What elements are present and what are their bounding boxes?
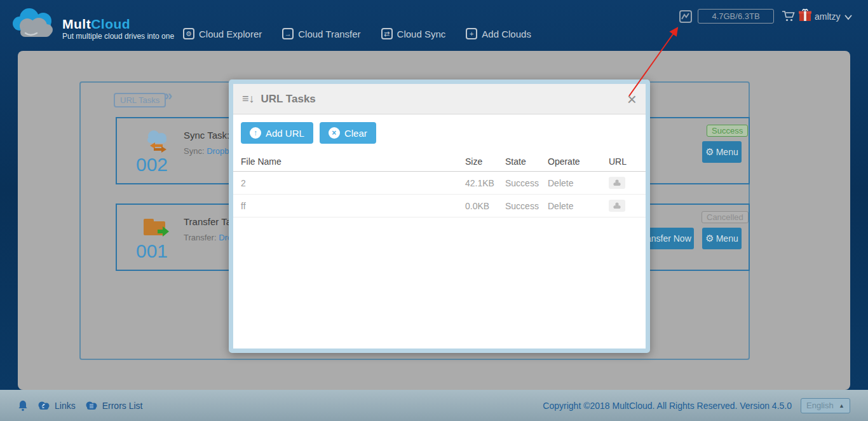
main-nav: ⚙ Cloud Explorer → Cloud Transfer ⇄ Clou… <box>183 28 531 39</box>
delete-link[interactable]: Delete <box>548 178 609 188</box>
clear-circle-icon: × <box>329 127 340 139</box>
brand-mult: Mult <box>62 17 91 31</box>
caret-up-icon: ▲ <box>839 403 844 409</box>
cell-size: 42.1KB <box>465 178 505 188</box>
errors-list-button[interactable]: Errors List <box>85 401 143 411</box>
nav-cloud-transfer[interactable]: → Cloud Transfer <box>282 28 360 39</box>
storage-usage-badge[interactable]: 4.7GB/6.3TB <box>698 9 774 24</box>
errors-list-label: Errors List <box>102 401 143 411</box>
cloud-transfer-icon: → <box>282 28 294 39</box>
col-size: Size <box>465 156 505 167</box>
chart-pulse-icon <box>681 11 691 22</box>
nav-label: Cloud Explorer <box>199 29 262 39</box>
url-link-button[interactable] <box>609 200 625 212</box>
cloud-sync-task-icon <box>141 128 172 154</box>
puzzle-icon <box>613 202 621 210</box>
nav-add-clouds[interactable]: + Add Clouds <box>466 28 531 39</box>
col-url: URL <box>609 156 638 167</box>
clear-button[interactable]: × Clear <box>320 122 376 144</box>
folder-transfer-task-icon <box>142 216 172 240</box>
list-download-icon: ≡↓ <box>242 92 255 106</box>
menu-label: Menu <box>716 233 738 244</box>
menu-button[interactable]: ⚙Menu <box>702 228 742 249</box>
nav-label: Cloud Sync <box>397 29 446 39</box>
nav-label: Add Clouds <box>482 29 531 39</box>
col-file-name: File Name <box>241 156 465 167</box>
nav-cloud-sync[interactable]: ⇄ Cloud Sync <box>381 28 446 39</box>
username[interactable]: amltzy <box>815 11 840 22</box>
puzzle-icon <box>613 179 621 187</box>
brand-tagline: Put multiple cloud drives into one <box>62 32 174 41</box>
bell-icon[interactable] <box>18 400 28 411</box>
close-icon[interactable]: × <box>627 93 637 106</box>
top-header: MultCloud Put multiple cloud drives into… <box>0 0 868 51</box>
cart-icon[interactable] <box>782 10 796 24</box>
table-row: 2 42.1KB Success Delete <box>233 172 646 195</box>
multcloud-logo-icon <box>10 5 61 42</box>
brand-cloud: Cloud <box>91 17 130 31</box>
cell-file-name: 2 <box>241 178 465 188</box>
cell-state: Success <box>505 178 548 188</box>
task-sub-label: Transfer: <box>184 233 217 242</box>
modal-toolbar: ↑ Add URL × Clear <box>233 114 646 151</box>
menu-label: Menu <box>716 147 738 157</box>
table-row: ff 0.0KB Success Delete <box>233 195 646 217</box>
footer-left: Links Errors List <box>18 390 142 421</box>
table-header-row: File Name Size State Operate URL <box>233 151 646 172</box>
chip-double-chevron-icon[interactable]: » <box>165 88 171 104</box>
add-clouds-icon: + <box>466 28 477 39</box>
add-url-label: Add URL <box>266 128 304 139</box>
url-link-button[interactable] <box>609 177 625 189</box>
gift-icon[interactable] <box>798 8 812 23</box>
nav-label: Cloud Transfer <box>298 29 360 39</box>
upload-circle-icon: ↑ <box>250 127 261 139</box>
col-operate: Operate <box>548 156 609 167</box>
language-value: English <box>806 401 834 410</box>
cell-file-name: ff <box>241 201 465 211</box>
task-number: 001 <box>136 240 168 262</box>
url-tasks-chip-button[interactable]: URL Tasks <box>114 93 166 107</box>
footer-bar: Links Errors List Copyright ©2018 MultCl… <box>0 390 868 421</box>
cloud-sync-icon: ⇄ <box>381 28 393 39</box>
modal-header: ≡↓ URL Tasks × <box>233 84 646 114</box>
gear-icon: ⚙ <box>705 233 714 244</box>
chevron-down-icon[interactable] <box>844 14 853 20</box>
footer-right: Copyright ©2018 MultCloud. All Rights Re… <box>543 390 850 421</box>
url-tasks-modal: ≡↓ URL Tasks × ↑ Add URL × Clear File Na… <box>229 79 650 353</box>
cell-url <box>609 177 638 189</box>
modal-title: URL Tasks <box>261 93 316 106</box>
brand-name: MultCloud <box>62 17 130 32</box>
cloud-list-icon <box>85 401 98 411</box>
col-state: State <box>505 156 548 167</box>
url-traffic-icon[interactable] <box>679 10 692 23</box>
links-label: Links <box>55 401 76 411</box>
status-badge: Cancelled <box>702 211 749 223</box>
language-select[interactable]: English ▲ <box>801 398 850 413</box>
delete-link[interactable]: Delete <box>548 201 609 211</box>
links-button[interactable]: Links <box>37 401 76 411</box>
gear-icon: ⚙ <box>705 146 714 157</box>
cell-url <box>609 200 638 212</box>
cell-size: 0.0KB <box>465 201 505 211</box>
cell-state: Success <box>505 201 548 211</box>
task-sub-label: Sync: <box>184 146 205 156</box>
nav-cloud-explorer[interactable]: ⚙ Cloud Explorer <box>183 28 262 39</box>
add-url-button[interactable]: ↑ Add URL <box>241 122 313 144</box>
url-tasks-table: File Name Size State Operate URL 2 42.1K… <box>233 151 646 217</box>
clear-label: Clear <box>344 128 367 139</box>
menu-button[interactable]: ⚙Menu <box>702 141 742 163</box>
status-badge: Success <box>707 125 748 137</box>
copyright-text: Copyright ©2018 MultCloud. All Rights Re… <box>543 401 792 411</box>
task-number: 002 <box>136 154 168 176</box>
cloud-explorer-icon: ⚙ <box>183 28 194 39</box>
cloud-link-icon <box>37 401 51 411</box>
